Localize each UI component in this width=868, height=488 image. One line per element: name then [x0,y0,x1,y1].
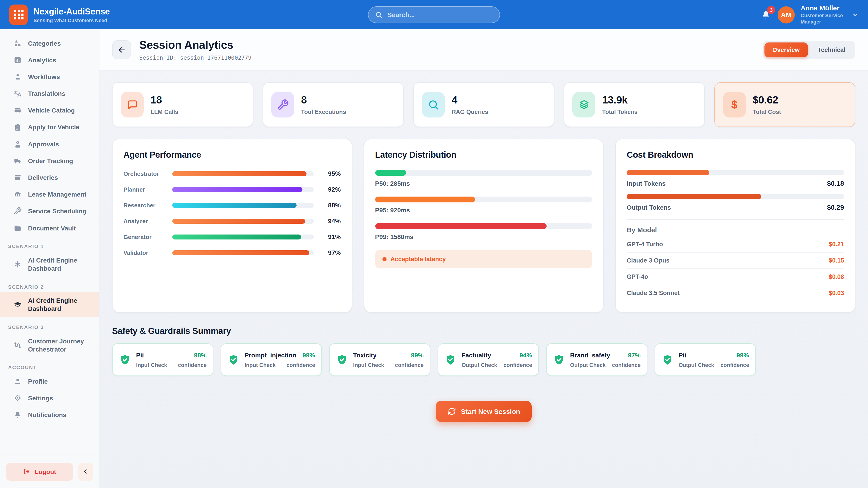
agent-bar [172,187,302,192]
bar-chart-icon [13,56,22,64]
latency-status-banner: Acceptable latency [375,250,592,268]
stat-label: Total Cost [753,108,781,115]
search-input[interactable] [386,11,493,19]
search-icon [422,92,445,118]
folder-icon [13,224,22,232]
latency-row-p50: P50: 285ms [375,170,592,187]
app-logo[interactable] [9,4,28,25]
sidebar-item-approvals[interactable]: Approvals [0,135,99,152]
sidebar-collapse-button[interactable] [78,462,93,481]
sidebar-item-settings[interactable]: ⚙ Settings [0,390,99,406]
safety-cards-row: Pii98% Input Checkconfidence Prompt_inje… [112,344,855,376]
agent-bar [172,203,297,207]
model-row: Claude 3.5 Sonnet $0.03 [627,285,844,301]
sidebar-item-profile[interactable]: Profile [0,373,99,390]
agent-row: Analyzer 94% [123,217,341,225]
user-role: Customer Service Manager [801,13,846,25]
stat-card-rag-queries[interactable]: 4 RAG Queries [413,82,554,127]
agent-row: Validator 97% [123,249,341,256]
truck-icon [13,157,22,165]
guardrail-card-pii-input[interactable]: Pii98% Input Checkconfidence [112,344,213,376]
app-tagline: Sensing What Customers Need [33,18,110,23]
guardrail-card-brand-safety[interactable]: Brand_safety97% Output Checkconfidence [546,344,647,376]
sidebar-item-order-tracking[interactable]: Order Tracking [0,153,99,169]
gear-icon: ⚙ [13,394,22,402]
session-id: Session ID: session_1767110002779 [139,54,252,61]
start-new-session-button[interactable]: Start New Session [436,401,532,422]
shield-check-icon [444,354,457,366]
tab-technical[interactable]: Technical [809,42,854,57]
sidebar-item-ai-credit-engine-dashboard-2[interactable]: AI Credit Engine Dashboard [0,292,99,317]
stat-card-total-cost[interactable]: $ $0.62 Total Cost [714,82,855,127]
page-header: Session Analytics Session ID: session_17… [99,29,868,70]
latency-bar [375,170,406,176]
section-label-account: ACCOUNT [0,358,99,373]
wrench-icon [271,92,294,118]
stat-card-total-tokens[interactable]: 13.9k Total Tokens [564,82,705,127]
graduation-cap-icon [13,301,22,309]
stat-card-tool-executions[interactable]: 8 Tool Executions [263,82,404,127]
user-info: Anna Müller Customer Service Manager [801,4,846,25]
agent-bar [172,234,301,239]
sidebar-item-categories[interactable]: Categories [0,35,99,52]
section-label-scenario-2: SCENARIO 2 [0,277,99,292]
back-button[interactable] [112,40,131,59]
stat-label: Total Tokens [602,108,638,115]
car-icon [13,106,22,115]
stat-value: 18 [151,94,178,106]
status-dot [382,257,386,261]
stat-label: RAG Queries [452,108,488,115]
stamp-icon [13,73,22,81]
latency-bar [375,223,547,229]
sidebar-item-customer-journey-orchestrator[interactable]: Customer Journey Orchestrator [0,332,99,358]
sidebar: Categories Analytics Workflows Translati… [0,29,99,488]
stat-card-llm-calls[interactable]: 18 LLM Calls [112,82,253,127]
chevron-left-icon [82,468,89,475]
bell-icon [13,411,22,419]
guardrail-card-prompt-injection[interactable]: Prompt_injection99% Input Checkconfidenc… [221,344,322,376]
app-header: Nexgile-AudiSense Sensing What Customers… [0,0,868,29]
sidebar-item-workflows[interactable]: Workflows [0,68,99,85]
tab-overview[interactable]: Overview [764,42,808,57]
app-root: Nexgile-AudiSense Sensing What Customers… [0,0,868,488]
bank-icon [13,191,22,199]
section-label-scenario-1: SCENARIO 1 [0,236,99,252]
arrow-left-icon [117,45,126,54]
grid-logo-icon [14,10,23,20]
cost-bar [627,194,762,199]
sidebar-item-ai-credit-engine-dashboard-1[interactable]: AI Credit Engine Dashboard [0,252,99,277]
sidebar-footer: Logout [0,455,99,488]
sidebar-item-vehicle-catalog[interactable]: Vehicle Catalog [0,102,99,119]
sidebar-item-notifications[interactable]: Notifications [0,407,99,423]
sidebar-item-lease-management[interactable]: Lease Management [0,186,99,203]
shield-check-icon [553,354,565,366]
languages-icon [13,90,22,98]
cost-breakdown-panel: Cost Breakdown Input Tokens $0.18 Outp [616,139,855,313]
sidebar-item-deliveries[interactable]: Deliveries [0,169,99,186]
shield-check-icon [119,354,131,366]
sidebar-item-analytics[interactable]: Analytics [0,52,99,68]
agent-row: Researcher 88% [123,201,341,209]
stat-value: 13.9k [602,94,638,106]
panel-title: Cost Breakdown [627,150,844,160]
agent-bar [172,219,305,223]
model-row: GPT-4 Turbo $0.21 [627,236,844,253]
notification-badge: 3 [767,6,775,14]
latency-distribution-panel: Latency Distribution P50: 285ms P95: 920… [364,139,603,313]
sidebar-item-apply-for-vehicle[interactable]: Apply for Vehicle [0,119,99,135]
sidebar-item-service-scheduling[interactable]: Service Scheduling [0,203,99,220]
dollar-icon: $ [723,92,746,118]
chevron-down-icon[interactable] [852,11,859,18]
sidebar-item-translations[interactable]: Translations [0,85,99,102]
notifications-button[interactable]: 3 [760,9,772,21]
wrench-icon [13,207,22,215]
view-toggle: Overview Technical [763,40,855,59]
stat-value: 8 [301,94,346,106]
logout-button[interactable]: Logout [6,462,73,481]
guardrail-card-factuality[interactable]: Factuality94% Output Checkconfidence [438,344,539,376]
guardrail-card-pii-output[interactable]: Pii99% Output Checkconfidence [655,344,756,376]
sidebar-item-document-vault[interactable]: Document Vault [0,220,99,236]
avatar[interactable]: AM [778,6,795,23]
guardrail-card-toxicity[interactable]: Toxicity99% Input Checkconfidence [329,344,430,376]
cost-row-output-tokens: Output Tokens $0.29 [627,194,844,211]
